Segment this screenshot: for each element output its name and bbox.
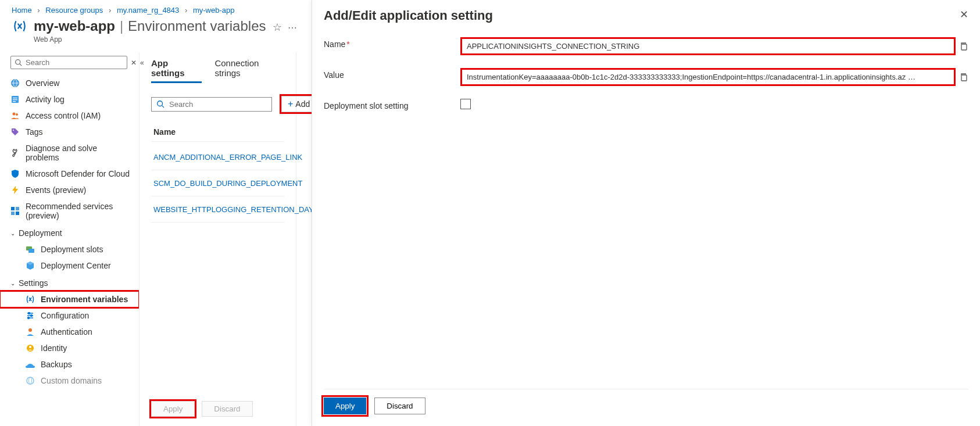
sidebar-nav: Overview Activity log Access control (IA… (0, 75, 139, 426)
chevron-down-icon: ⌄ (10, 230, 15, 237)
breadcrumb-link[interactable]: Home (12, 6, 32, 15)
svg-point-9 (13, 113, 16, 116)
slot-checkbox[interactable] (460, 99, 471, 109)
sidebar-section-deployment[interactable]: ⌄ Deployment (0, 224, 139, 241)
close-icon[interactable]: ✕ (960, 8, 968, 21)
settings-filter-input[interactable] (169, 100, 267, 109)
variables-icon (12, 18, 28, 34)
panel-apply-button[interactable]: Apply (324, 398, 366, 414)
chevron-down-icon: ⌄ (10, 280, 15, 287)
tag-icon (10, 127, 20, 137)
sidebar-item-domains[interactable]: Custom domains (0, 373, 139, 389)
sidebar-section-label: Settings (19, 278, 48, 288)
domain-icon (26, 376, 35, 385)
sidebar-search[interactable] (10, 56, 127, 69)
svg-line-30 (162, 106, 164, 108)
wrench-icon (10, 148, 20, 157)
main-apply-button[interactable]: Apply (151, 401, 195, 417)
setting-link[interactable]: SCM_DO_BUILD_DURING_DEPLOYMENT (153, 179, 302, 188)
grid-icon (10, 206, 20, 216)
sidebar-item-depcenter[interactable]: Deployment Center (0, 257, 139, 274)
svg-point-26 (29, 346, 31, 348)
value-input[interactable]: InstrumentationKey=aaaaaaaa-0b0b-1c1c-2d… (460, 68, 956, 86)
tab-app-settings[interactable]: App settings (151, 58, 202, 83)
sidebar-item-auth[interactable]: Authentication (0, 324, 139, 340)
svg-point-29 (158, 101, 163, 106)
field-label-slot: Deployment slot setting (324, 99, 460, 110)
sidebar-section-settings[interactable]: ⌄ Settings (0, 274, 139, 291)
backup-icon (26, 360, 35, 369)
sidebar-item-label: Overview (26, 78, 59, 88)
sidebar-section-label: Deployment (19, 228, 62, 238)
svg-rect-31 (961, 44, 967, 50)
sidebar-item-activity-log[interactable]: Activity log (0, 91, 139, 108)
search-icon (156, 100, 164, 108)
sidebar-item-identity[interactable]: Identity (0, 340, 139, 356)
panel-discard-button[interactable]: Discard (374, 398, 425, 414)
svg-rect-14 (11, 212, 15, 215)
svg-rect-12 (11, 207, 15, 210)
sidebar-item-env-vars[interactable]: Environment variables (0, 291, 139, 307)
sidebar-item-overview[interactable]: Overview (0, 75, 139, 91)
svg-line-1 (20, 64, 22, 66)
svg-rect-7 (13, 99, 17, 100)
name-input[interactable]: APPLICATIONINSIGHTS_CONNECTION_STRING (460, 37, 956, 55)
sidebar-item-label: Environment variables (41, 295, 128, 304)
sidebar-item-label: Deployment slots (41, 245, 103, 254)
sidebar-item-defender[interactable]: Microsoft Defender for Cloud (0, 166, 139, 182)
settings-filter[interactable] (151, 97, 272, 112)
sidebar-search-input[interactable] (26, 58, 123, 67)
favorite-icon[interactable]: ☆ (273, 22, 282, 33)
sidebar-item-tags[interactable]: Tags (0, 124, 139, 140)
svg-point-21 (31, 315, 33, 317)
tab-conn-strings[interactable]: Connection strings (214, 58, 284, 83)
globe-icon (10, 78, 20, 88)
sidebar-item-recommended[interactable]: Recommended services (preview) (0, 198, 139, 224)
sidebar-item-diagnose[interactable]: Diagnose and solve problems (0, 140, 139, 166)
setting-link[interactable]: WEBSITE_HTTPLOGGING_RETENTION_DAYS (153, 205, 319, 214)
breadcrumb-link[interactable]: my-web-app (193, 6, 235, 15)
main-content: App settings Connection strings + Add Na… (140, 52, 296, 426)
svg-rect-15 (16, 212, 19, 215)
setting-link[interactable]: ANCM_ADDITIONAL_ERROR_PAGE_LINK (153, 153, 302, 162)
copy-icon[interactable] (959, 73, 968, 82)
chevron-right-icon: › (109, 6, 111, 15)
sidebar-item-events[interactable]: Events (preview) (0, 182, 139, 198)
svg-point-27 (27, 377, 34, 384)
breadcrumb-link[interactable]: Resource groups (45, 6, 103, 15)
sidebar-item-label: Tags (26, 127, 43, 137)
tabs: App settings Connection strings (151, 58, 284, 83)
pin-icon[interactable]: ✕ (131, 59, 137, 67)
main-discard-button[interactable]: Discard (202, 401, 252, 417)
slots-icon (26, 245, 35, 254)
svg-point-24 (28, 328, 32, 332)
sidebar-item-label: Microsoft Defender for Cloud (26, 169, 130, 178)
sidebar-item-backups[interactable]: Backups (0, 356, 139, 373)
breadcrumb-link[interactable]: my.name_rg_4843 (117, 6, 179, 15)
cube-icon (26, 261, 35, 270)
table-row[interactable]: SCM_DO_BUILD_DURING_DEPLOYMENT (151, 170, 284, 196)
svg-rect-13 (16, 207, 19, 210)
sidebar-item-label: Events (preview) (26, 185, 86, 195)
shield-icon (10, 169, 20, 178)
more-icon[interactable]: ⋯ (288, 23, 297, 33)
svg-rect-6 (13, 98, 17, 98)
sidebar-item-label: Activity log (26, 95, 65, 104)
sidebar-item-label: Access control (IAM) (26, 111, 101, 120)
svg-point-23 (28, 317, 30, 319)
auth-icon (26, 327, 35, 336)
sidebar-item-label: Identity (41, 343, 67, 353)
copy-icon[interactable] (959, 42, 968, 51)
sidebar-item-slots[interactable]: Deployment slots (0, 241, 139, 257)
sidebar-item-config[interactable]: Configuration (0, 307, 139, 324)
svg-point-28 (29, 377, 32, 384)
sidebar-item-iam[interactable]: Access control (IAM) (0, 108, 139, 124)
sidebar-item-label: Authentication (41, 327, 92, 336)
add-button-label: Add (295, 99, 310, 109)
main-footer: Apply Discard (151, 401, 253, 417)
panel-footer: Apply Discard (324, 389, 968, 426)
table-row[interactable]: WEBSITE_HTTPLOGGING_RETENTION_DAYS (151, 196, 284, 223)
bolt-icon (10, 185, 20, 195)
table-row[interactable]: ANCM_ADDITIONAL_ERROR_PAGE_LINK (151, 144, 284, 170)
sidebar-item-label: Recommended services (preview) (26, 202, 132, 220)
